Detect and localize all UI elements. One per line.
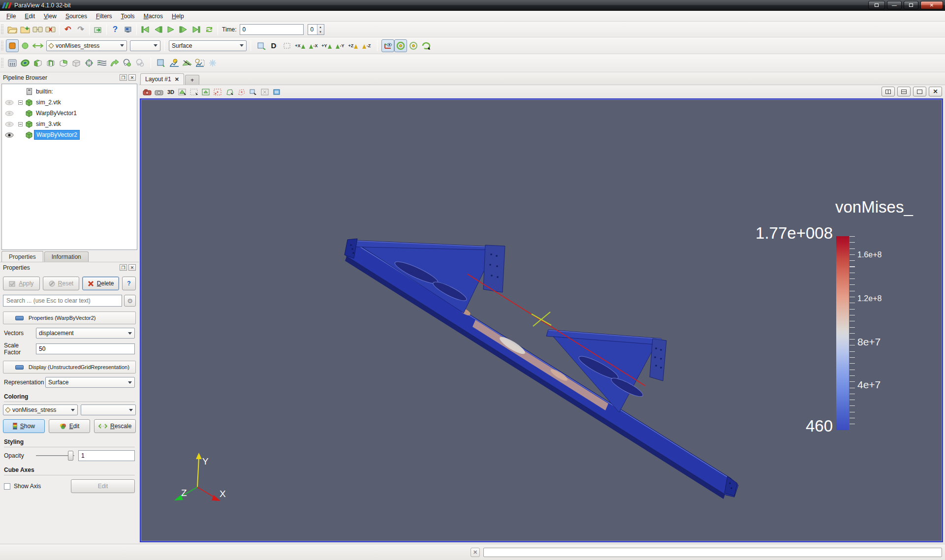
color-array-combo[interactable]: vonMises_stress: [46, 40, 127, 51]
pipeline-item-label[interactable]: sim_2.vtk: [34, 98, 63, 107]
tab-information[interactable]: Information: [44, 251, 89, 262]
menu-filters[interactable]: Filters: [92, 11, 117, 21]
opacity-slider-handle[interactable]: [68, 451, 73, 461]
render-view[interactable]: Y Z X vonMises_ 1.77e+008 1.6e+8 1.2e+8 …: [140, 98, 943, 542]
representation-property-combo[interactable]: Surface: [45, 377, 135, 388]
float-dock-icon[interactable]: ❐: [120, 264, 127, 271]
menu-sources[interactable]: Sources: [61, 11, 92, 21]
language-bar-icon[interactable]: [868, 1, 885, 9]
save-data-icon[interactable]: [19, 23, 32, 36]
select-points-rect-icon[interactable]: [213, 87, 223, 97]
contour-icon[interactable]: [19, 57, 32, 69]
coloring-component-combo[interactable]: [81, 404, 136, 415]
tree-expander-icon[interactable]: [17, 122, 24, 126]
capture-screenshot-icon[interactable]: [122, 23, 134, 36]
properties-help-button[interactable]: ?: [122, 277, 136, 290]
threshold-icon[interactable]: [57, 57, 70, 69]
interactive-view-link-icon[interactable]: [206, 57, 219, 69]
show-center-axes-icon[interactable]: [381, 39, 394, 52]
reset-center-icon[interactable]: [394, 39, 407, 52]
pick-center-icon[interactable]: [407, 39, 420, 52]
close-dock-icon[interactable]: ✕: [128, 264, 136, 271]
float-dock-icon[interactable]: ❐: [120, 74, 127, 81]
menu-edit[interactable]: Edit: [20, 11, 39, 21]
menu-view[interactable]: View: [39, 11, 61, 21]
view-plus-x-icon[interactable]: +X: [293, 39, 307, 52]
zoom-to-data-icon[interactable]: D:: [268, 39, 281, 52]
slice-icon[interactable]: [44, 57, 57, 69]
pipeline-item-label-selected[interactable]: WarpByVector2: [34, 130, 80, 140]
representation-combo[interactable]: Surface: [169, 40, 247, 51]
connect-server-icon[interactable]: [32, 23, 44, 36]
disconnect-server-icon[interactable]: [44, 23, 57, 36]
reset-camera-icon[interactable]: [255, 39, 268, 52]
edit-colormap-button[interactable]: Edit: [49, 419, 91, 433]
histogram-selection-icon[interactable]: [193, 57, 206, 69]
extract-group-icon[interactable]: [134, 57, 147, 69]
split-vertical-icon[interactable]: [897, 87, 911, 96]
delete-button[interactable]: Delete: [82, 277, 119, 290]
capture-view-icon[interactable]: [154, 87, 164, 97]
select-points-on-icon[interactable]: [189, 87, 200, 97]
close-view-icon[interactable]: ✕: [929, 87, 942, 96]
pipeline-root-row[interactable]: builtin:: [2, 86, 137, 97]
search-options-gear-icon[interactable]: ⚙: [124, 295, 136, 307]
zoom-to-selection-icon[interactable]: [272, 87, 283, 97]
view-minus-y-icon[interactable]: -Y: [333, 39, 346, 52]
vcr-first-frame-icon[interactable]: [139, 23, 152, 36]
calculator-icon[interactable]: [6, 57, 19, 69]
zoom-to-box-icon[interactable]: [281, 39, 293, 52]
glyph-icon[interactable]: [83, 57, 95, 69]
select-block-icon[interactable]: [248, 87, 259, 97]
pipeline-item-label[interactable]: WarpByVector1: [34, 109, 79, 118]
section-display-header[interactable]: Display (UnstructuredGridRepresentation): [3, 361, 136, 373]
opacity-slider[interactable]: [36, 451, 74, 461]
select-points-polygon-icon[interactable]: [236, 87, 247, 97]
colorbar-gradient[interactable]: [836, 236, 849, 430]
select-cells-polygon-icon[interactable]: [224, 87, 235, 97]
menu-macros[interactable]: Macros: [139, 11, 167, 21]
color-component-combo[interactable]: [130, 40, 160, 51]
section-properties-header[interactable]: Properties (WarpByVector2): [3, 311, 136, 324]
split-horizontal-icon[interactable]: [882, 87, 895, 96]
visibility-eye-icon[interactable]: [2, 100, 17, 105]
pipeline-row-sim3[interactable]: sim_3.vtk: [2, 119, 137, 129]
warp-by-vector-icon[interactable]: [108, 57, 121, 69]
redo-icon[interactable]: ↷: [74, 23, 87, 36]
view-minus-x-icon[interactable]: -X: [307, 39, 320, 52]
visibility-eye-icon[interactable]: [2, 132, 17, 138]
edit-colormap-icon[interactable]: [19, 39, 32, 52]
view-plus-z-icon[interactable]: +Z: [346, 39, 360, 52]
coloring-array-combo[interactable]: vonMises_stress: [3, 404, 78, 415]
progress-close-icon[interactable]: ✕: [471, 548, 480, 557]
close-button[interactable]: ✕: [920, 1, 943, 9]
undo-icon[interactable]: ↶: [62, 23, 74, 36]
show-colorbar-button[interactable]: Show: [3, 419, 45, 433]
reset-button[interactable]: Reset: [43, 277, 80, 290]
find-data-icon[interactable]: [155, 57, 168, 69]
pipeline-item-label[interactable]: sim_3.vtk: [34, 120, 63, 128]
group-datasets-icon[interactable]: [121, 57, 134, 69]
apply-button[interactable]: Apply: [3, 277, 40, 290]
open-file-icon[interactable]: [6, 23, 19, 36]
vectors-combo[interactable]: displacement: [36, 328, 135, 339]
help-icon[interactable]: ?: [109, 23, 122, 36]
select-cells-on-icon[interactable]: [177, 87, 188, 97]
vcr-previous-frame-icon[interactable]: [152, 23, 164, 36]
save-screenshot-icon[interactable]: [142, 87, 153, 97]
cube-axes-edit-button[interactable]: Edit: [71, 479, 135, 493]
pipeline-row-sim2[interactable]: sim_2.vtk: [2, 97, 137, 108]
extract-subset-icon[interactable]: [70, 57, 83, 69]
opacity-input[interactable]: [78, 450, 135, 461]
time-input[interactable]: [240, 24, 304, 35]
auto-apply-icon[interactable]: [92, 23, 104, 36]
select-cells-rect-icon[interactable]: [201, 87, 212, 97]
pipeline-row-warp1[interactable]: WarpByVector1: [2, 108, 137, 119]
minimize-button[interactable]: —: [887, 1, 902, 9]
maximize-view-icon[interactable]: [913, 87, 926, 96]
plot-selection-icon[interactable]: [181, 57, 193, 69]
menu-file[interactable]: File: [2, 11, 20, 21]
view-minus-z-icon[interactable]: -Z: [360, 39, 373, 52]
menu-help[interactable]: Help: [167, 11, 189, 21]
color-legend-icon[interactable]: [6, 39, 19, 52]
